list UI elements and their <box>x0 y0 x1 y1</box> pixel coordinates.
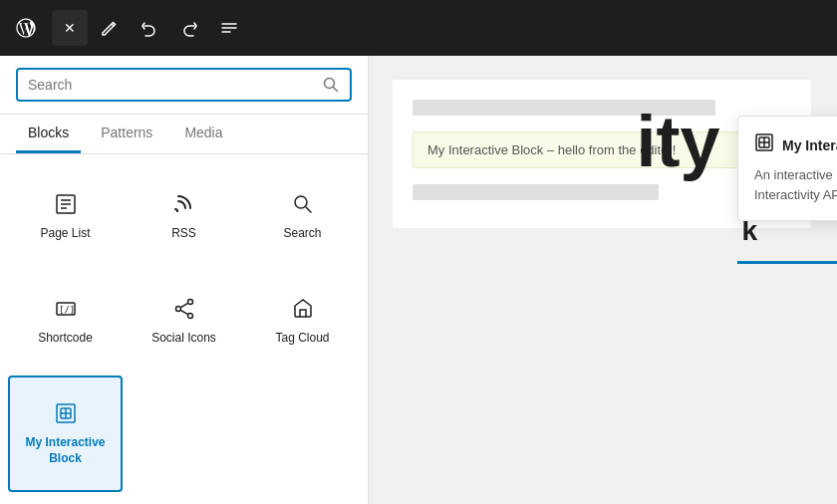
tooltip-icon <box>754 132 774 157</box>
social-icons-icon <box>172 297 196 325</box>
svg-point-14 <box>187 299 192 304</box>
shortcode-icon: [/] <box>54 297 78 325</box>
editor-blue-line <box>737 261 837 264</box>
tabs: Blocks Patterns Media <box>0 115 368 154</box>
rss-label: RSS <box>171 226 196 242</box>
tab-blocks[interactable]: Blocks <box>16 115 81 153</box>
search-label: Search <box>283 226 321 242</box>
svg-text:[/]: [/] <box>59 305 75 315</box>
svg-line-4 <box>334 88 338 92</box>
undo-button[interactable] <box>132 10 167 46</box>
block-item-search[interactable]: Search <box>245 166 360 267</box>
block-item-social-icons[interactable]: Social Icons <box>127 271 241 372</box>
editor-area: My Interactive Block – hello from the ed… <box>369 56 837 504</box>
close-button[interactable]: ✕ <box>52 10 88 46</box>
sidebar: Blocks Patterns Media Page List <box>0 56 369 504</box>
page-list-label: Page List <box>40 226 90 242</box>
my-interactive-block-icon <box>54 401 78 429</box>
svg-point-10 <box>295 196 307 208</box>
editor-placeholder-bar2 <box>413 184 659 200</box>
block-item-page-list[interactable]: Page List <box>8 166 123 267</box>
wp-logo[interactable] <box>8 10 44 46</box>
block-search-icon <box>291 192 315 220</box>
tab-patterns[interactable]: Patterns <box>89 115 164 153</box>
page-list-icon <box>54 192 78 220</box>
block-item-rss[interactable]: RSS <box>127 166 241 267</box>
redo-button[interactable] <box>171 10 207 46</box>
pen-button[interactable] <box>92 10 128 46</box>
svg-line-17 <box>180 303 187 307</box>
svg-point-16 <box>187 313 192 318</box>
svg-line-18 <box>180 310 187 314</box>
block-item-tag-cloud[interactable]: Tag Cloud <box>245 271 360 372</box>
tooltip-title: My Interactive Block <box>782 137 837 153</box>
search-icon-button[interactable] <box>322 76 340 94</box>
shortcode-label: Shortcode <box>38 331 93 347</box>
svg-point-9 <box>176 210 178 212</box>
search-input[interactable] <box>28 77 322 93</box>
blocks-grid: Page List RSS <box>0 154 368 504</box>
search-input-wrap <box>16 68 352 102</box>
tooltip-description: An interactive block with the Interactiv… <box>754 165 837 204</box>
main-area: Blocks Patterns Media Page List <box>0 56 837 504</box>
rss-icon <box>172 192 196 220</box>
block-item-shortcode[interactable]: [/] Shortcode <box>8 271 123 372</box>
tag-cloud-label: Tag Cloud <box>275 331 329 347</box>
menu-button[interactable] <box>211 10 247 46</box>
tab-media[interactable]: Media <box>172 115 234 153</box>
block-item-my-interactive-block[interactable]: My Interactive Block <box>8 376 123 492</box>
tag-cloud-icon <box>291 297 315 325</box>
block-tooltip: My Interactive Block An interactive bloc… <box>737 116 837 221</box>
my-interactive-block-label: My Interactive Block <box>16 435 115 466</box>
tooltip-header: My Interactive Block <box>754 132 837 157</box>
svg-point-15 <box>175 306 180 311</box>
toolbar: ✕ <box>0 0 837 56</box>
social-icons-label: Social Icons <box>151 331 216 347</box>
svg-line-11 <box>306 207 311 212</box>
search-bar <box>0 56 368 115</box>
